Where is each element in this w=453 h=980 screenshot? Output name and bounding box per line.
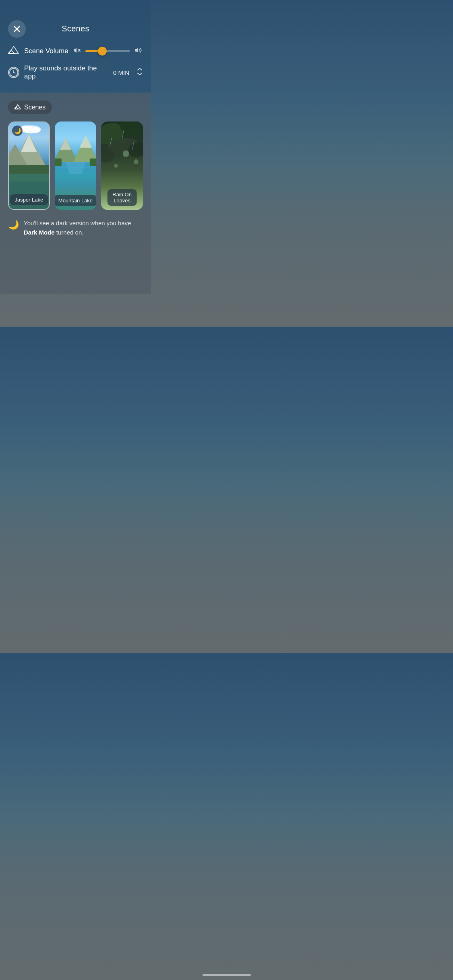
svg-marker-12: [14, 107, 19, 109]
svg-point-46: [114, 164, 118, 168]
mute-icon[interactable]: [73, 47, 81, 54]
dark-mode-description: You'll see a dark version when you have …: [24, 219, 139, 237]
header-area: Scenes Scene Volume: [0, 0, 151, 93]
moon-icon: 🌙: [8, 220, 19, 230]
close-button[interactable]: [8, 20, 26, 38]
dark-mode-badge: 🌙: [12, 126, 23, 136]
timer-chevron-icon: [137, 68, 143, 77]
scene-card-rain-on-leaves[interactable]: Rain OnLeaves: [101, 121, 143, 210]
scenes-tab[interactable]: Scenes: [8, 101, 52, 114]
close-icon: [14, 26, 20, 32]
page-title: Scenes: [62, 24, 89, 33]
timer-label: Play sounds outside the app: [24, 64, 108, 80]
mountain-lake-label: Mountain Lake: [55, 195, 97, 206]
volume-control-row: Scene Volume: [8, 45, 143, 56]
volume-label: Scene Volume: [24, 47, 68, 55]
svg-marker-4: [74, 48, 77, 53]
scenes-grid: 🌙 Jasper Lake: [8, 121, 143, 210]
svg-marker-7: [135, 48, 138, 53]
scene-volume-icon: [8, 45, 19, 56]
timer-value: 0 MIN: [113, 69, 129, 76]
timer-control-row[interactable]: Play sounds outside the app 0 MIN: [8, 64, 143, 80]
volume-up-icon: [135, 47, 143, 55]
volume-slider[interactable]: [85, 50, 130, 52]
svg-rect-34: [89, 159, 96, 166]
scene-card-mountain-lake[interactable]: Mountain Lake: [55, 121, 97, 210]
svg-marker-3: [8, 50, 14, 54]
svg-point-16: [31, 128, 41, 133]
svg-rect-33: [55, 159, 62, 166]
dark-mode-note: 🌙 You'll see a dark version when you hav…: [8, 219, 143, 237]
scenes-tab-icon: [14, 104, 21, 111]
rain-leaves-label: Rain OnLeaves: [108, 189, 137, 206]
jasper-lake-label: Jasper Lake: [10, 194, 48, 205]
svg-line-10: [14, 72, 15, 73]
header-row: Scenes: [8, 24, 143, 33]
clock-icon: [8, 67, 19, 78]
content-area: Scenes: [0, 93, 151, 294]
scene-card-jasper-lake[interactable]: 🌙 Jasper Lake: [8, 121, 50, 210]
svg-point-44: [123, 150, 129, 157]
svg-point-45: [134, 159, 139, 164]
scenes-tab-label: Scenes: [24, 104, 46, 111]
